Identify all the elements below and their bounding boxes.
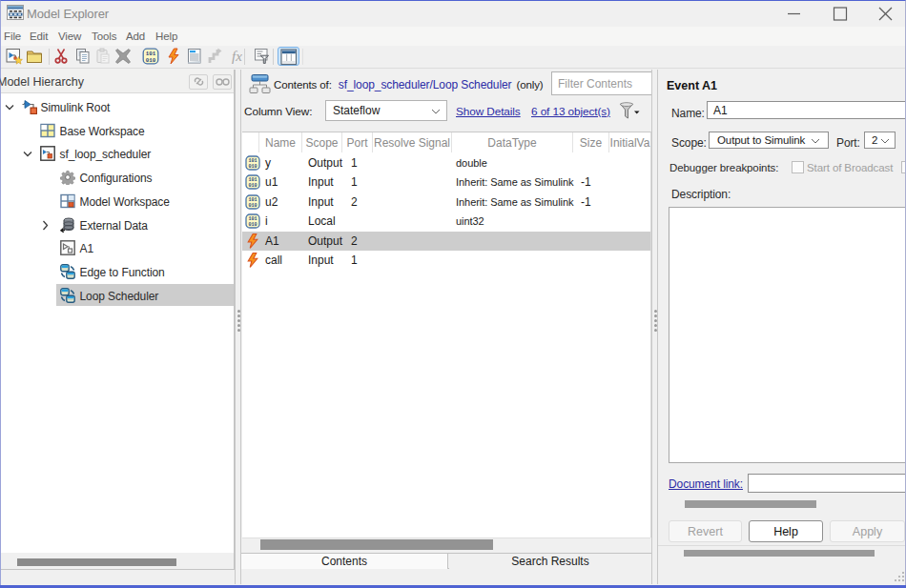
svg-text:010: 010 — [248, 183, 257, 189]
svg-text:010: 010 — [248, 222, 257, 228]
svg-text:010: 010 — [248, 164, 257, 170]
svg-text:fx: fx — [232, 49, 242, 64]
svg-text:010: 010 — [248, 203, 257, 209]
svg-text:010: 010 — [146, 57, 156, 64]
